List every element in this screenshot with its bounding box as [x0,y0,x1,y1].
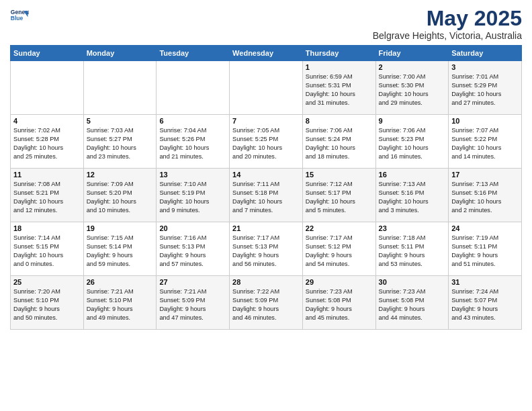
day-header-thursday: Thursday [302,46,375,61]
calendar-cell: 29Sunrise: 7:23 AM Sunset: 5:08 PM Dayli… [302,276,375,330]
day-number: 3 [451,63,519,71]
day-number: 24 [451,224,519,232]
day-number: 19 [87,224,154,232]
calendar-header-row: SundayMondayTuesdayWednesdayThursdayFrid… [11,46,522,61]
calendar-cell: 13Sunrise: 7:10 AM Sunset: 5:19 PM Dayli… [157,169,230,222]
calendar-cell [157,61,230,115]
day-number: 23 [379,224,446,232]
calendar-cell [83,61,157,115]
day-number: 15 [306,171,373,179]
day-info: Sunrise: 7:16 AM Sunset: 5:13 PM Dayligh… [159,234,226,269]
day-number: 18 [13,224,81,232]
day-number: 21 [232,224,300,232]
calendar-cell: 25Sunrise: 7:20 AM Sunset: 5:10 PM Dayli… [11,276,84,330]
day-header-sunday: Sunday [11,46,84,61]
logo-icon: General Blue [10,7,29,26]
day-header-friday: Friday [375,46,449,61]
day-info: Sunrise: 7:04 AM Sunset: 5:26 PM Dayligh… [159,126,226,161]
day-info: Sunrise: 7:06 AM Sunset: 5:24 PM Dayligh… [306,126,373,161]
calendar-cell: 26Sunrise: 7:21 AM Sunset: 5:10 PM Dayli… [83,276,157,330]
day-number: 4 [13,117,81,125]
day-info: Sunrise: 7:21 AM Sunset: 5:10 PM Dayligh… [87,287,154,322]
day-info: Sunrise: 7:09 AM Sunset: 5:20 PM Dayligh… [87,180,154,215]
calendar-cell: 8Sunrise: 7:06 AM Sunset: 5:24 PM Daylig… [302,115,375,169]
calendar-cell: 10Sunrise: 7:07 AM Sunset: 5:22 PM Dayli… [449,115,522,169]
day-info: Sunrise: 7:12 AM Sunset: 5:17 PM Dayligh… [306,180,373,215]
day-header-monday: Monday [83,46,157,61]
calendar-cell: 4Sunrise: 7:02 AM Sunset: 5:28 PM Daylig… [11,115,84,169]
day-number: 6 [159,117,226,125]
day-number: 5 [87,117,154,125]
day-header-wednesday: Wednesday [230,46,303,61]
calendar-cell: 30Sunrise: 7:23 AM Sunset: 5:08 PM Dayli… [375,276,449,330]
calendar-week-3: 11Sunrise: 7:08 AM Sunset: 5:21 PM Dayli… [11,169,522,222]
calendar-title: May 2025 [373,7,522,30]
calendar-cell: 20Sunrise: 7:16 AM Sunset: 5:13 PM Dayli… [157,222,230,276]
day-number: 1 [306,63,373,71]
day-number: 26 [87,278,154,286]
day-number: 25 [13,278,81,286]
day-info: Sunrise: 7:14 AM Sunset: 5:15 PM Dayligh… [13,234,81,269]
calendar-table: SundayMondayTuesdayWednesdayThursdayFrid… [10,45,522,330]
calendar-header: General Blue May 2025 Belgrave Heights, … [10,7,522,41]
day-info: Sunrise: 7:08 AM Sunset: 5:21 PM Dayligh… [13,180,81,215]
calendar-cell: 2Sunrise: 7:00 AM Sunset: 5:30 PM Daylig… [375,61,449,115]
day-info: Sunrise: 7:15 AM Sunset: 5:14 PM Dayligh… [87,234,154,269]
day-info: Sunrise: 7:02 AM Sunset: 5:28 PM Dayligh… [13,126,81,161]
day-info: Sunrise: 7:05 AM Sunset: 5:25 PM Dayligh… [232,126,300,161]
calendar-cell: 15Sunrise: 7:12 AM Sunset: 5:17 PM Dayli… [302,169,375,222]
calendar-cell: 12Sunrise: 7:09 AM Sunset: 5:20 PM Dayli… [83,169,157,222]
calendar-cell: 28Sunrise: 7:22 AM Sunset: 5:09 PM Dayli… [230,276,303,330]
calendar-cell: 7Sunrise: 7:05 AM Sunset: 5:25 PM Daylig… [230,115,303,169]
calendar-subtitle: Belgrave Heights, Victoria, Australia [373,30,522,41]
day-number: 30 [379,278,446,286]
calendar-cell: 24Sunrise: 7:19 AM Sunset: 5:11 PM Dayli… [449,222,522,276]
day-info: Sunrise: 7:17 AM Sunset: 5:13 PM Dayligh… [232,234,300,269]
calendar-cell: 9Sunrise: 7:06 AM Sunset: 5:23 PM Daylig… [375,115,449,169]
calendar-week-2: 4Sunrise: 7:02 AM Sunset: 5:28 PM Daylig… [11,115,522,169]
day-info: Sunrise: 7:17 AM Sunset: 5:12 PM Dayligh… [306,234,373,269]
day-number: 7 [232,117,300,125]
calendar-cell [230,61,303,115]
calendar-cell: 6Sunrise: 7:04 AM Sunset: 5:26 PM Daylig… [157,115,230,169]
calendar-week-1: 1Sunrise: 6:59 AM Sunset: 5:31 PM Daylig… [11,61,522,115]
day-number: 31 [451,278,519,286]
calendar-cell: 14Sunrise: 7:11 AM Sunset: 5:18 PM Dayli… [230,169,303,222]
calendar-week-5: 25Sunrise: 7:20 AM Sunset: 5:10 PM Dayli… [11,276,522,330]
title-block: May 2025 Belgrave Heights, Victoria, Aus… [373,7,522,41]
day-info: Sunrise: 7:06 AM Sunset: 5:23 PM Dayligh… [379,126,446,161]
day-number: 10 [451,117,519,125]
day-header-saturday: Saturday [449,46,522,61]
calendar-cell: 23Sunrise: 7:18 AM Sunset: 5:11 PM Dayli… [375,222,449,276]
day-info: Sunrise: 7:01 AM Sunset: 5:29 PM Dayligh… [451,73,519,107]
day-info: Sunrise: 7:07 AM Sunset: 5:22 PM Dayligh… [451,126,519,161]
day-info: Sunrise: 7:23 AM Sunset: 5:08 PM Dayligh… [379,287,446,322]
logo: General Blue [10,7,29,26]
day-number: 22 [306,224,373,232]
day-number: 12 [87,171,154,179]
day-info: Sunrise: 7:03 AM Sunset: 5:27 PM Dayligh… [87,126,154,161]
day-number: 28 [232,278,300,286]
day-info: Sunrise: 7:13 AM Sunset: 5:16 PM Dayligh… [451,180,519,215]
day-number: 20 [159,224,226,232]
day-info: Sunrise: 7:00 AM Sunset: 5:30 PM Dayligh… [379,73,446,107]
calendar-cell: 27Sunrise: 7:21 AM Sunset: 5:09 PM Dayli… [157,276,230,330]
day-info: Sunrise: 7:19 AM Sunset: 5:11 PM Dayligh… [451,234,519,269]
day-info: Sunrise: 7:20 AM Sunset: 5:10 PM Dayligh… [13,287,81,322]
day-info: Sunrise: 7:21 AM Sunset: 5:09 PM Dayligh… [159,287,226,322]
day-number: 11 [13,171,81,179]
day-number: 14 [232,171,300,179]
calendar-cell: 22Sunrise: 7:17 AM Sunset: 5:12 PM Dayli… [302,222,375,276]
calendar-cell: 21Sunrise: 7:17 AM Sunset: 5:13 PM Dayli… [230,222,303,276]
day-info: Sunrise: 7:13 AM Sunset: 5:16 PM Dayligh… [379,180,446,215]
day-number: 16 [379,171,446,179]
day-number: 9 [379,117,446,125]
day-number: 29 [306,278,373,286]
calendar-cell: 11Sunrise: 7:08 AM Sunset: 5:21 PM Dayli… [11,169,84,222]
calendar-cell: 19Sunrise: 7:15 AM Sunset: 5:14 PM Dayli… [83,222,157,276]
calendar-week-4: 18Sunrise: 7:14 AM Sunset: 5:15 PM Dayli… [11,222,522,276]
day-header-tuesday: Tuesday [157,46,230,61]
day-number: 17 [451,171,519,179]
day-info: Sunrise: 7:23 AM Sunset: 5:08 PM Dayligh… [306,287,373,322]
day-number: 27 [159,278,226,286]
